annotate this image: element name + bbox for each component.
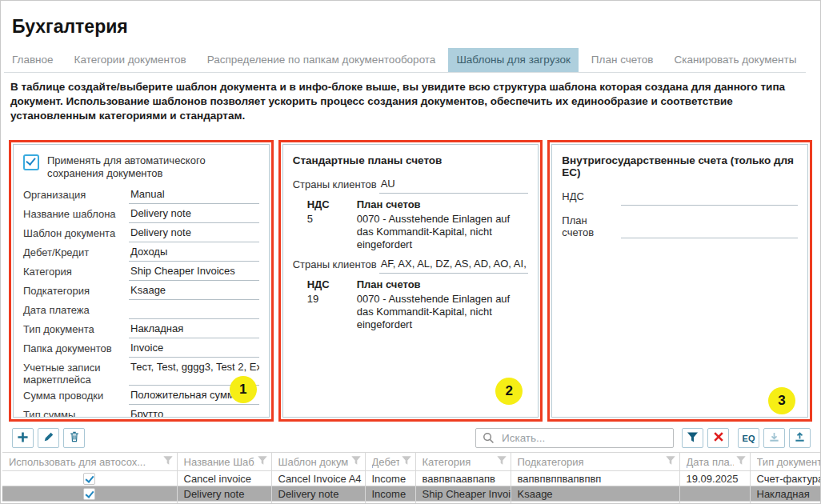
annotation-badge-1: 1 [230, 376, 257, 403]
add-button[interactable] [12, 428, 34, 448]
cell-category: вавпвпаавпапв [415, 471, 511, 486]
cell-payment-date [679, 486, 750, 502]
field-value-amount-type[interactable]: Брутто [129, 408, 259, 418]
column-header-document-type[interactable]: Тип документа [750, 453, 821, 471]
column-filter-icon[interactable] [350, 455, 362, 468]
field-value-document-folder[interactable]: Invoice [129, 342, 259, 358]
column-filter-icon[interactable] [735, 455, 747, 468]
info-panels: Применять для автоматического сохранения… [9, 140, 812, 422]
tab-bar: Главное Категории документов Распределен… [4, 48, 806, 73]
client-countries-value-1[interactable]: AU [379, 178, 529, 194]
cell-template-name: Cancel invoice [177, 471, 271, 486]
field-value-document-type[interactable]: Накладная [129, 322, 259, 338]
filter-button[interactable] [682, 428, 703, 448]
row-autosave-checkbox[interactable] [83, 473, 95, 485]
column-header-subcategory[interactable]: Подкатегория [511, 453, 679, 471]
tab-main[interactable]: Главное [4, 48, 62, 72]
field-label-document-type: Тип документа [23, 322, 129, 338]
autosave-checkbox[interactable] [23, 154, 39, 170]
standard-accounts-panel: Стандартные планы счетов Страны клиентов… [278, 140, 543, 422]
table-row[interactable]: Example Income Example Example 2 Выписка… [2, 502, 821, 504]
cell-subcategory: Example 2 [511, 502, 679, 504]
client-countries-label-2: Страны клиентов [293, 258, 379, 274]
plan-header-2: План счетов [357, 278, 421, 290]
column-filter-icon[interactable] [496, 455, 507, 468]
tab-upload-templates[interactable]: Шаблоны для загрузок [448, 48, 578, 72]
tab-scan-documents[interactable]: Сканировать документы [667, 48, 805, 72]
cell-category: Ship Cheaper Invoices [415, 486, 511, 502]
table-search-button[interactable]: EQ [738, 428, 759, 448]
table-row[interactable]: Delivery note Delivery note Income Ship … [2, 486, 821, 502]
cell-document-template: Cancel Invoice A4 [271, 471, 365, 486]
domestic-accounts-card: Внутригосударственные счета (только для … [551, 144, 808, 418]
cell-document-type: Выписка из счета [750, 502, 821, 504]
cell-category: Example [415, 502, 511, 504]
domestic-vat-label: НДС [562, 190, 621, 206]
download-button[interactable] [763, 428, 785, 448]
domestic-vat-value[interactable] [621, 190, 798, 206]
plus-icon [17, 431, 29, 446]
column-header-autosave[interactable]: Использовать для автосох... [2, 453, 177, 471]
field-value-template-name[interactable]: Delivery note [129, 207, 259, 223]
row-autosave-checkbox[interactable] [83, 488, 95, 500]
search-icon [483, 432, 495, 444]
column-filter-icon[interactable] [401, 455, 412, 468]
field-label-document-template: Шаблон документа [23, 226, 129, 242]
upload-button[interactable] [789, 428, 811, 448]
client-countries-value-2[interactable]: AF, AX, AL, DZ, AS, AD, AO, AI, AQ, AG [379, 258, 529, 274]
filter-funnel-icon [687, 431, 699, 446]
field-label-payment-date: Дата платежа [23, 303, 129, 319]
cell-debit-credit: Income [365, 502, 415, 504]
field-label-organization: Организация [23, 188, 129, 204]
domestic-accounts-panel: Внутригосударственные счета (только для … [547, 140, 812, 422]
column-filter-icon[interactable] [162, 455, 174, 468]
field-value-category[interactable]: Ship Cheaper Invoices [129, 265, 259, 281]
domestic-plan-value[interactable] [621, 214, 798, 238]
cell-debit-credit: Income [365, 486, 415, 502]
plan-value-1: 0070 - Ausstehende Einlagen auf das Komm… [357, 213, 529, 251]
vat-header-2: НДС [307, 278, 357, 290]
search-input[interactable] [500, 431, 667, 445]
cell-subcategory: Ksaage [511, 486, 679, 502]
column-header-document-template[interactable]: Шаблон докум... [271, 453, 365, 471]
column-header-category[interactable]: Категория [415, 453, 511, 471]
field-value-subcategory[interactable]: Ksaage [129, 284, 259, 300]
column-header-debit-credit[interactable]: Дебет/Кр... [365, 453, 415, 471]
field-label-document-folder: Папка документов [23, 342, 129, 358]
field-value-organization[interactable]: Manual [129, 188, 259, 204]
delete-button[interactable] [63, 428, 85, 448]
cell-payment-date [679, 502, 750, 504]
cell-document-template: Delivery note [271, 486, 365, 502]
clear-filter-button[interactable] [707, 428, 729, 448]
domestic-accounts-title: Внутригосударственные счета (только для … [562, 154, 798, 178]
table-row[interactable]: Cancel invoice Cancel Invoice A4 Income … [2, 471, 821, 486]
cell-document-template [271, 502, 365, 504]
page-description: В таблице создайте/выберите шаблон докум… [10, 80, 811, 123]
field-value-payment-date[interactable] [129, 303, 259, 319]
tab-folder-distribution[interactable]: Распределение по папкам документооборота [199, 48, 444, 72]
column-header-template-name[interactable]: Название Шаб... [177, 453, 271, 471]
domestic-plan-label: План счетов [562, 214, 621, 238]
field-value-document-template[interactable]: Delivery note [129, 226, 259, 242]
vat-table-2: НДС План счетов 19 0070 - Ausstehende Ei… [307, 278, 529, 331]
pencil-icon [43, 431, 54, 445]
column-filter-icon[interactable] [665, 455, 676, 468]
templates-table: Использовать для автосох... Название Шаб… [2, 452, 821, 504]
search-box [475, 428, 674, 448]
field-label-amount-type: Тип суммы [23, 408, 129, 418]
column-filter-icon[interactable] [257, 455, 268, 468]
field-label-posting-amount: Сумма проводки [23, 389, 129, 405]
column-header-payment-date[interactable]: Дата пла... [679, 453, 750, 471]
edit-button[interactable] [38, 428, 59, 448]
field-value-debit-credit[interactable]: Доходы [129, 246, 259, 262]
cell-payment-date: 19.09.2025 [679, 471, 750, 486]
field-label-debit-credit: Дебет/Кредит [23, 246, 129, 262]
plan-value-2: 0070 - Ausstehende Einlagen auf das Komm… [357, 293, 529, 331]
trash-icon [69, 431, 80, 445]
field-label-subcategory: Подкатегория [23, 284, 129, 300]
cell-debit-credit: Income [365, 471, 415, 486]
tab-chart-of-accounts[interactable]: План счетов [583, 48, 662, 72]
vat-value-1: 5 [307, 213, 357, 251]
tab-document-categories[interactable]: Категории документов [66, 48, 194, 72]
cell-subcategory: вапвпвппвапвпвп [511, 471, 679, 486]
